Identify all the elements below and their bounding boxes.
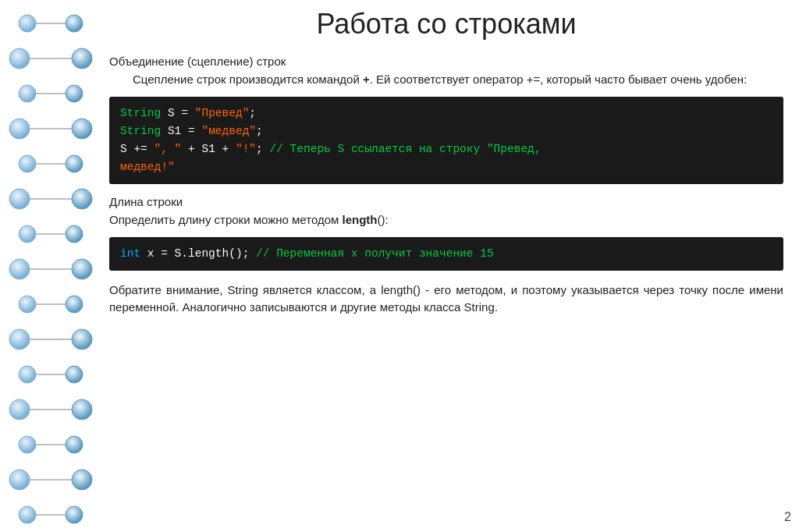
section2-heading: Длина строки: [109, 195, 783, 208]
section1-paragraph: Сцепление строк производится командой +.…: [109, 71, 783, 89]
code-line-1: String S = "Превед";: [120, 105, 772, 122]
string-literal-3: ", ": [154, 143, 182, 155]
slide-container: Работа со строками Объединение (сцеплени…: [0, 0, 799, 532]
section2-paragraph: Определить длину строки можно методом le…: [109, 211, 783, 229]
section3-paragraph: Обратите внимание, String является класс…: [109, 282, 783, 317]
code-comment-2: // Переменная x получит значение 15: [256, 247, 494, 260]
svg-point-16: [9, 48, 30, 69]
svg-point-19: [19, 155, 36, 172]
svg-point-36: [66, 225, 83, 243]
svg-point-37: [72, 259, 92, 279]
keyword-int: int: [120, 247, 140, 260]
code-block-1: String S = "Превед"; String S1 = "медвед…: [109, 97, 783, 185]
svg-point-30: [66, 15, 83, 32]
svg-point-31: [72, 48, 92, 69]
svg-point-18: [9, 119, 30, 139]
code-plain-2: x = S.length();: [140, 247, 256, 260]
string-literal-4: "!": [236, 143, 256, 155]
svg-point-40: [66, 366, 83, 383]
keyword-string-1: String: [120, 107, 161, 119]
svg-point-41: [72, 399, 92, 420]
code-line-int: int x = S.length(); // Переменная x полу…: [120, 245, 772, 263]
svg-point-32: [66, 85, 83, 102]
svg-point-25: [19, 366, 36, 383]
dna-decoration: [0, 0, 101, 532]
section-length: Длина строки Определить длину строки мож…: [109, 195, 783, 229]
svg-point-15: [19, 15, 36, 32]
svg-point-44: [66, 506, 83, 523]
svg-point-21: [19, 225, 36, 243]
svg-point-43: [72, 470, 92, 490]
svg-point-23: [19, 296, 36, 313]
svg-point-42: [66, 436, 83, 453]
svg-point-29: [19, 506, 36, 523]
code-line-4: медвед!": [120, 158, 772, 176]
svg-point-38: [66, 296, 83, 313]
svg-point-34: [66, 155, 83, 172]
main-content: Работа со строками Объединение (сцеплени…: [109, 8, 783, 516]
code-block-2: int x = S.length(); // Переменная x полу…: [109, 237, 783, 271]
svg-point-35: [72, 189, 92, 209]
page-number: 2: [784, 510, 791, 524]
svg-point-26: [9, 399, 30, 420]
code-comment-1: // Теперь S ссылается на строку "Превед,: [269, 143, 541, 155]
svg-point-20: [9, 189, 30, 209]
svg-point-33: [72, 119, 92, 139]
section1-heading: Объединение (сцепление) строк: [109, 55, 783, 68]
svg-point-39: [72, 329, 92, 349]
svg-point-28: [9, 470, 30, 490]
svg-point-27: [19, 436, 36, 453]
svg-point-17: [19, 85, 36, 102]
string-literal-1: "Превед": [195, 107, 250, 119]
slide-title: Работа со строками: [109, 8, 783, 41]
code-line-3: S += ", " + S1 + "!"; // Теперь S ссылае…: [120, 140, 772, 158]
svg-point-22: [9, 259, 30, 279]
section-concatenation: Объединение (сцепление) строк Сцепление …: [109, 55, 783, 89]
code-line-2: String S1 = "медвед";: [120, 122, 772, 140]
svg-point-24: [9, 329, 30, 349]
keyword-string-2: String: [120, 125, 161, 137]
string-literal-5: медвед!": [120, 161, 175, 173]
string-literal-2: "медвед": [201, 125, 256, 137]
